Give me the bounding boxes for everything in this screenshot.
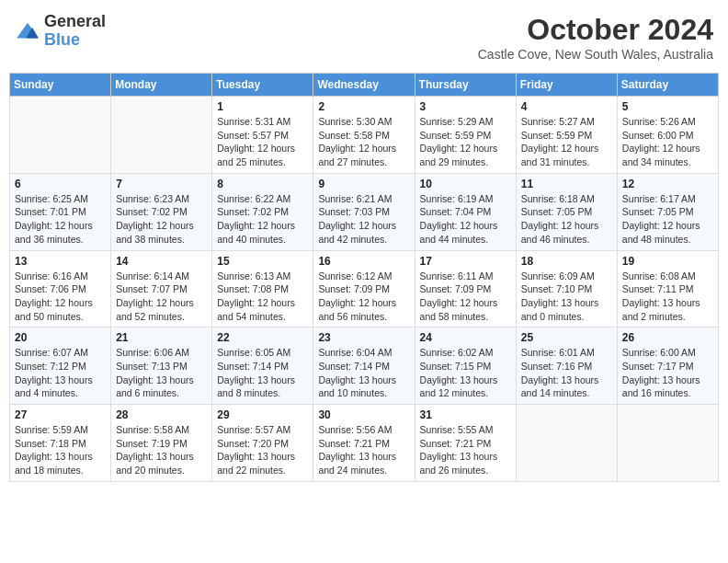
day-info: Sunrise: 6:18 AM Sunset: 7:05 PM Dayligh… — [521, 192, 612, 247]
day-info: Sunrise: 6:08 AM Sunset: 7:11 PM Dayligh… — [622, 270, 713, 324]
day-info: Sunrise: 6:02 AM Sunset: 7:15 PM Dayligh… — [420, 346, 511, 400]
day-info: Sunrise: 5:58 AM Sunset: 7:19 PM Dayligh… — [116, 423, 207, 477]
col-header-thursday: Thursday — [415, 74, 516, 97]
day-cell: 26Sunrise: 6:00 AM Sunset: 7:17 PM Dayli… — [617, 327, 718, 405]
main-title: October 2024 — [478, 13, 713, 47]
day-number: 29 — [217, 408, 308, 421]
day-number: 19 — [622, 255, 713, 268]
title-block: October 2024 Castle Cove, New South Wale… — [478, 13, 713, 62]
week-row-2: 6Sunrise: 6:25 AM Sunset: 7:01 PM Daylig… — [10, 173, 719, 250]
day-number: 20 — [15, 331, 106, 344]
day-number: 15 — [217, 255, 308, 268]
day-cell: 7Sunrise: 6:23 AM Sunset: 7:02 PM Daylig… — [111, 173, 212, 250]
day-cell: 12Sunrise: 6:17 AM Sunset: 7:05 PM Dayli… — [617, 173, 718, 250]
day-cell: 2Sunrise: 5:30 AM Sunset: 5:58 PM Daylig… — [313, 97, 415, 174]
day-cell: 30Sunrise: 5:56 AM Sunset: 7:21 PM Dayli… — [313, 405, 415, 482]
day-cell — [10, 97, 111, 174]
day-info: Sunrise: 6:05 AM Sunset: 7:14 PM Dayligh… — [217, 346, 308, 400]
day-info: Sunrise: 6:13 AM Sunset: 7:08 PM Dayligh… — [217, 270, 308, 324]
day-cell: 22Sunrise: 6:05 AM Sunset: 7:14 PM Dayli… — [212, 327, 313, 405]
day-info: Sunrise: 5:26 AM Sunset: 6:00 PM Dayligh… — [622, 115, 713, 169]
day-cell: 9Sunrise: 6:21 AM Sunset: 7:03 PM Daylig… — [313, 173, 415, 250]
day-cell: 23Sunrise: 6:04 AM Sunset: 7:14 PM Dayli… — [313, 327, 415, 405]
day-number: 17 — [420, 255, 511, 268]
day-info: Sunrise: 5:29 AM Sunset: 5:59 PM Dayligh… — [420, 115, 511, 169]
day-number: 14 — [116, 255, 207, 268]
day-cell — [617, 405, 718, 482]
day-number: 26 — [622, 331, 713, 344]
day-cell: 3Sunrise: 5:29 AM Sunset: 5:59 PM Daylig… — [415, 97, 516, 174]
day-cell: 29Sunrise: 5:57 AM Sunset: 7:20 PM Dayli… — [212, 405, 313, 482]
day-info: Sunrise: 6:01 AM Sunset: 7:16 PM Dayligh… — [521, 346, 612, 400]
day-number: 22 — [217, 331, 308, 344]
day-number: 18 — [521, 255, 612, 268]
day-cell: 28Sunrise: 5:58 AM Sunset: 7:19 PM Dayli… — [111, 405, 212, 482]
day-info: Sunrise: 6:17 AM Sunset: 7:05 PM Dayligh… — [622, 192, 713, 247]
day-number: 28 — [116, 408, 207, 421]
day-cell: 27Sunrise: 5:59 AM Sunset: 7:18 PM Dayli… — [10, 405, 111, 482]
day-info: Sunrise: 6:21 AM Sunset: 7:03 PM Dayligh… — [318, 192, 409, 247]
day-number: 1 — [217, 100, 308, 113]
day-info: Sunrise: 6:19 AM Sunset: 7:04 PM Dayligh… — [420, 192, 511, 247]
day-info: Sunrise: 5:59 AM Sunset: 7:18 PM Dayligh… — [15, 423, 106, 477]
day-info: Sunrise: 5:57 AM Sunset: 7:20 PM Dayligh… — [217, 423, 308, 477]
day-cell: 15Sunrise: 6:13 AM Sunset: 7:08 PM Dayli… — [212, 250, 313, 327]
week-row-4: 20Sunrise: 6:07 AM Sunset: 7:12 PM Dayli… — [10, 327, 719, 405]
day-cell: 11Sunrise: 6:18 AM Sunset: 7:05 PM Dayli… — [516, 173, 617, 250]
day-number: 13 — [15, 255, 106, 268]
day-cell: 6Sunrise: 6:25 AM Sunset: 7:01 PM Daylig… — [10, 173, 111, 250]
day-info: Sunrise: 6:14 AM Sunset: 7:07 PM Dayligh… — [116, 270, 207, 324]
day-info: Sunrise: 6:25 AM Sunset: 7:01 PM Dayligh… — [15, 192, 106, 247]
day-cell: 16Sunrise: 6:12 AM Sunset: 7:09 PM Dayli… — [313, 250, 415, 327]
day-info: Sunrise: 6:22 AM Sunset: 7:02 PM Dayligh… — [217, 192, 308, 247]
col-header-friday: Friday — [516, 74, 617, 97]
logo-text: GeneralBlue — [44, 13, 106, 50]
day-number: 2 — [318, 100, 409, 113]
day-cell: 24Sunrise: 6:02 AM Sunset: 7:15 PM Dayli… — [415, 327, 516, 405]
col-header-sunday: Sunday — [10, 74, 111, 97]
day-cell: 25Sunrise: 6:01 AM Sunset: 7:16 PM Dayli… — [516, 327, 617, 405]
day-cell: 21Sunrise: 6:06 AM Sunset: 7:13 PM Dayli… — [111, 327, 212, 405]
logo-icon — [15, 21, 40, 41]
day-number: 10 — [420, 178, 511, 190]
col-header-wednesday: Wednesday — [313, 74, 415, 97]
day-number: 9 — [318, 178, 409, 190]
day-cell: 18Sunrise: 6:09 AM Sunset: 7:10 PM Dayli… — [516, 250, 617, 327]
day-cell: 31Sunrise: 5:55 AM Sunset: 7:21 PM Dayli… — [415, 405, 516, 482]
day-info: Sunrise: 6:07 AM Sunset: 7:12 PM Dayligh… — [15, 346, 106, 400]
day-info: Sunrise: 6:12 AM Sunset: 7:09 PM Dayligh… — [318, 270, 409, 324]
day-cell: 5Sunrise: 5:26 AM Sunset: 6:00 PM Daylig… — [617, 97, 718, 174]
day-number: 24 — [420, 331, 511, 344]
day-cell: 1Sunrise: 5:31 AM Sunset: 5:57 PM Daylig… — [212, 97, 313, 174]
day-cell — [111, 97, 212, 174]
day-number: 4 — [521, 100, 612, 113]
day-info: Sunrise: 5:27 AM Sunset: 5:59 PM Dayligh… — [521, 115, 612, 169]
day-info: Sunrise: 5:55 AM Sunset: 7:21 PM Dayligh… — [420, 423, 511, 477]
day-number: 7 — [116, 178, 207, 190]
day-number: 8 — [217, 178, 308, 190]
day-number: 11 — [521, 178, 612, 190]
day-number: 6 — [15, 178, 106, 190]
day-info: Sunrise: 5:31 AM Sunset: 5:57 PM Dayligh… — [217, 115, 308, 169]
day-cell: 20Sunrise: 6:07 AM Sunset: 7:12 PM Dayli… — [10, 327, 111, 405]
day-info: Sunrise: 6:11 AM Sunset: 7:09 PM Dayligh… — [420, 270, 511, 324]
week-row-3: 13Sunrise: 6:16 AM Sunset: 7:06 PM Dayli… — [10, 250, 719, 327]
day-info: Sunrise: 6:16 AM Sunset: 7:06 PM Dayligh… — [15, 270, 106, 324]
day-cell: 14Sunrise: 6:14 AM Sunset: 7:07 PM Dayli… — [111, 250, 212, 327]
day-cell: 17Sunrise: 6:11 AM Sunset: 7:09 PM Dayli… — [415, 250, 516, 327]
subtitle: Castle Cove, New South Wales, Australia — [478, 47, 713, 62]
day-number: 25 — [521, 331, 612, 344]
day-cell: 13Sunrise: 6:16 AM Sunset: 7:06 PM Dayli… — [10, 250, 111, 327]
day-info: Sunrise: 5:56 AM Sunset: 7:21 PM Dayligh… — [318, 423, 409, 477]
day-info: Sunrise: 6:04 AM Sunset: 7:14 PM Dayligh… — [318, 346, 409, 400]
day-info: Sunrise: 6:09 AM Sunset: 7:10 PM Dayligh… — [521, 270, 612, 324]
col-header-tuesday: Tuesday — [212, 74, 313, 97]
day-info: Sunrise: 5:30 AM Sunset: 5:58 PM Dayligh… — [318, 115, 409, 169]
day-cell: 10Sunrise: 6:19 AM Sunset: 7:04 PM Dayli… — [415, 173, 516, 250]
day-info: Sunrise: 6:06 AM Sunset: 7:13 PM Dayligh… — [116, 346, 207, 400]
calendar: SundayMondayTuesdayWednesdayThursdayFrid… — [9, 73, 719, 482]
page-header: GeneralBlue October 2024 Castle Cove, Ne… — [9, 9, 719, 65]
day-cell — [516, 405, 617, 482]
day-number: 27 — [15, 408, 106, 421]
col-header-monday: Monday — [111, 74, 212, 97]
